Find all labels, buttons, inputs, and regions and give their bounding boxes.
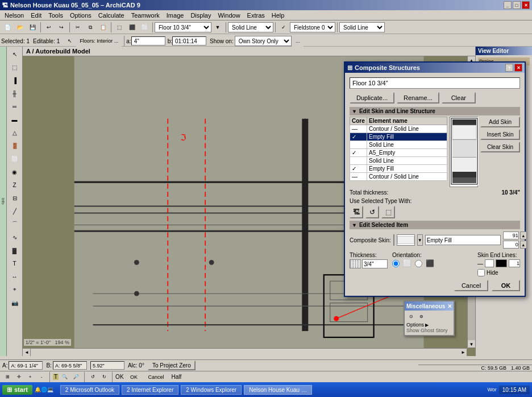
scroll-left[interactable]: ◄ — [23, 349, 31, 357]
insert-skin-button[interactable]: Insert Skin — [480, 129, 520, 140]
menu-display[interactable]: Display — [187, 11, 214, 19]
fill-tool[interactable]: ▓ — [9, 244, 21, 257]
object-tool[interactable]: ◉ — [9, 166, 21, 178]
solid-line-select2[interactable]: Solid Line — [339, 22, 385, 32]
edit-selected-section-header[interactable]: ▼ Edit Selected Item — [350, 221, 520, 229]
bt-ok-btn[interactable]: OK — [126, 373, 143, 382]
maximize-button[interactable]: □ — [513, 1, 521, 9]
menu-options[interactable]: Options — [66, 11, 95, 19]
arc-tool[interactable]: ⌒ — [9, 218, 21, 230]
hide-checkbox[interactable] — [477, 269, 485, 276]
select-tool[interactable]: ↖ — [9, 48, 21, 60]
start-button[interactable]: ⊞ start — [2, 385, 32, 395]
spline-tool[interactable]: ∿ — [9, 231, 21, 243]
project-zero-btn[interactable]: To Project Zero — [148, 361, 196, 370]
column-tool[interactable]: ╫ — [9, 87, 21, 100]
bt-btn-4[interactable]: - — [37, 373, 46, 382]
check-icon[interactable]: ✓ — [278, 22, 289, 33]
slab-tool[interactable]: ▬ — [9, 113, 21, 126]
skin-row-2[interactable]: Solid Line — [350, 141, 447, 149]
undo-button[interactable]: ↩ — [43, 22, 55, 33]
rename-button[interactable]: Rename... — [397, 92, 439, 104]
taskbar-outlook[interactable]: 2 Microsoft Outlook — [60, 385, 119, 395]
ok-button[interactable]: OK — [492, 280, 520, 291]
type-icon-1[interactable]: 🏗 — [350, 206, 363, 218]
menu-window[interactable]: Window — [214, 11, 243, 19]
misc-panel-title[interactable]: Miscellaneous ✕ — [405, 301, 454, 311]
bt-btn-1[interactable]: ⊞ — [3, 373, 12, 382]
composite-name-field[interactable] — [350, 77, 520, 89]
edit-skin-section-header[interactable]: ▼ Edit Skin and Line Structure — [350, 107, 520, 115]
skin-end-select-2[interactable] — [496, 259, 507, 267]
dialog-help-btn[interactable]: ? — [505, 64, 513, 72]
fill-num-2[interactable] — [503, 241, 519, 249]
fill-dropdown[interactable]: ▼ — [417, 234, 423, 246]
fill-num-1-arrow[interactable]: ▲ — [520, 231, 527, 239]
scroll-down[interactable]: ▼ — [468, 340, 476, 348]
taskbar-explorer[interactable]: 2 Windows Explorer — [181, 385, 242, 395]
bt-rotate-left[interactable]: ↺ — [88, 373, 97, 382]
skin-end-num[interactable] — [509, 259, 520, 267]
minimize-button[interactable]: _ — [504, 1, 512, 9]
cut-button[interactable]: ✂ — [72, 22, 84, 33]
type-icon-3[interactable]: ⬚ — [381, 206, 395, 218]
bt-btn-2[interactable]: ✛ — [14, 373, 23, 382]
thickness-input[interactable] — [362, 259, 388, 268]
skin-row-5[interactable]: ✓ Empty Fill — [350, 165, 447, 173]
menu-extras[interactable]: Extras — [244, 11, 268, 19]
bt-btn-3[interactable]: + — [26, 373, 35, 382]
zone-tool[interactable]: Z — [9, 179, 21, 191]
fill-num-1[interactable] — [503, 231, 519, 239]
menu-tools[interactable]: Tools — [45, 11, 66, 19]
line-type-select[interactable]: Solid Line — [228, 22, 273, 32]
menu-teamwork[interactable]: Teamwork — [128, 11, 163, 19]
save-button[interactable]: 💾 — [27, 22, 38, 33]
stair-tool[interactable]: ⊟ — [9, 192, 21, 204]
skin-row-0[interactable]: — Contour / Solid Line — [350, 125, 447, 133]
close-button[interactable]: ✕ — [522, 1, 530, 9]
skin-end-select-1[interactable] — [485, 259, 494, 267]
wall-tool[interactable]: ▐ — [9, 74, 21, 86]
menu-nelson[interactable]: Nelson — [1, 11, 27, 19]
marquee-tool[interactable]: ⬚ — [9, 61, 21, 73]
roof-tool[interactable]: △ — [9, 126, 21, 139]
dialog-close-btn[interactable]: ✕ — [514, 64, 522, 72]
floor-select[interactable]: Floor 10 3/4" — [155, 22, 211, 32]
menu-help[interactable]: Help — [268, 11, 288, 19]
type-icon-2[interactable]: ↺ — [365, 206, 379, 218]
pointer-tool[interactable]: ↖ — [65, 36, 75, 46]
fill-swatch[interactable] — [397, 234, 415, 246]
horizontal-scrollbar[interactable]: ◄ ► — [23, 348, 467, 356]
show-on-select[interactable]: Own Story Only — [235, 36, 292, 46]
ghost-story-row[interactable]: Show Ghost Story — [406, 328, 452, 333]
scroll-right[interactable]: ► — [459, 349, 467, 357]
skin-row-1[interactable]: ✓ Empty Fill — [350, 133, 447, 141]
fill-select[interactable]: Fieldstone 02 — [290, 22, 335, 32]
show-on-settings[interactable]: ... — [292, 35, 304, 47]
options-row[interactable]: Options ▶ — [406, 322, 452, 328]
bt-cancel-btn[interactable]: Cancel — [145, 373, 168, 382]
door-tool[interactable]: 🚪 — [9, 139, 21, 152]
text-tool[interactable]: T — [9, 257, 21, 270]
skin-row-4[interactable]: Solid Line — [350, 157, 447, 165]
duplicate-button[interactable]: Duplicate... — [350, 92, 394, 104]
fill-num-2-arrow[interactable]: ▲ — [520, 241, 527, 249]
copy-button[interactable]: ⧉ — [85, 22, 96, 33]
menu-calculate[interactable]: Calculate — [95, 11, 128, 19]
fill-name-input[interactable] — [425, 235, 501, 245]
beam-tool[interactable]: ═ — [9, 100, 21, 113]
taskbar-archicad[interactable]: Nelson House Kuau 0... — [244, 385, 312, 395]
skin-row-6[interactable]: — Contour / Solid Line — [350, 173, 447, 181]
paste-button[interactable]: 📋 — [97, 22, 109, 33]
floor-dropdown[interactable]: ▼ — [212, 22, 223, 33]
add-skin-button[interactable]: Add Skin — [480, 117, 520, 127]
camera-tool[interactable]: 📷 — [9, 296, 21, 309]
bt-zoom-in[interactable]: 🔍 — [60, 373, 69, 382]
label-tool[interactable]: ⌖ — [9, 283, 21, 296]
skin-row-3[interactable]: ✓ A5_Empty — [350, 149, 447, 157]
line-tool[interactable]: ╱ — [9, 205, 21, 217]
new-button[interactable]: 📄 — [2, 22, 13, 33]
misc-icon-1[interactable]: ⊙ — [407, 312, 415, 320]
open-button[interactable]: 📂 — [14, 22, 26, 33]
clear-button[interactable]: Clear — [442, 92, 476, 104]
